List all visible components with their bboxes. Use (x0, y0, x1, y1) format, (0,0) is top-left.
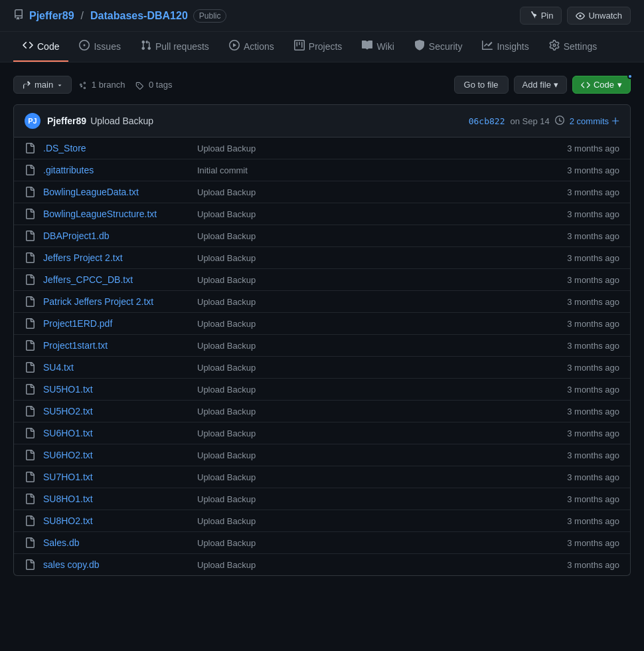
pin-label: Pin (541, 11, 554, 21)
file-name[interactable]: SU5HO1.txt (43, 384, 189, 395)
file-commit-message: Upload Backup (197, 560, 538, 570)
notification-dot (627, 74, 633, 79)
unwatch-label: Unwatch (588, 11, 622, 21)
commit-author[interactable]: Pjeffer89 (47, 116, 86, 126)
tab-insights[interactable]: Insights (473, 32, 538, 62)
branch-right: Go to file Add file ▾ Code ▾ (454, 76, 631, 94)
tab-pull-requests[interactable]: Pull requests (131, 32, 218, 62)
file-time: 3 months ago (546, 253, 619, 263)
file-time: 3 months ago (546, 341, 619, 351)
insights-icon (482, 40, 493, 52)
branches-count: 1 branch (92, 80, 125, 90)
file-name[interactable]: BowlingLeagueStructure.txt (43, 209, 189, 219)
settings-icon (549, 40, 560, 52)
tags-count: 0 tags (149, 80, 172, 90)
file-commit-message: Upload Backup (197, 253, 538, 263)
commits-link[interactable]: 2 commits (570, 116, 619, 126)
file-name[interactable]: BowlingLeagueData.txt (43, 187, 189, 197)
file-name[interactable]: SU6HO1.txt (43, 428, 189, 438)
top-actions: Pin Unwatch (520, 7, 631, 25)
file-time: 3 months ago (546, 297, 619, 307)
unwatch-button[interactable]: Unwatch (567, 7, 631, 25)
file-commit-message: Upload Backup (197, 450, 538, 460)
code-icon (23, 40, 33, 52)
file-name[interactable]: SU6HO2.txt (43, 450, 189, 460)
tab-pull-requests-label: Pull requests (155, 41, 209, 52)
table-row: SU5HO2.txt Upload Backup 3 months ago (14, 400, 630, 422)
file-commit-message: Upload Backup (197, 363, 538, 373)
branches-link[interactable]: 1 branch (78, 80, 125, 90)
table-row: SU5HO1.txt Upload Backup 3 months ago (14, 378, 630, 400)
table-row: DBAProject1.db Upload Backup 3 months ag… (14, 225, 630, 246)
table-row: Jeffers Project 2.txt Upload Backup 3 mo… (14, 246, 630, 268)
file-time: 3 months ago (546, 363, 619, 373)
branch-bar: main 1 branch 0 tags Go to file Add file (13, 76, 631, 94)
file-name[interactable]: DBAProject1.db (43, 231, 189, 241)
go-to-file-button[interactable]: Go to file (454, 76, 509, 94)
file-name[interactable]: SU8HO2.txt (43, 515, 189, 526)
repo-name[interactable]: Databases-DBA120 (90, 10, 188, 22)
commit-info: Pjeffer89 Upload Backup (47, 116, 462, 126)
file-name[interactable]: Project1start.txt (43, 340, 189, 351)
actions-icon (229, 40, 240, 52)
add-file-chevron-icon: ▾ (554, 80, 558, 90)
file-name[interactable]: sales copy.db (43, 559, 189, 570)
repo-icon (13, 9, 24, 23)
code-button[interactable]: Code ▾ (572, 76, 631, 94)
file-name[interactable]: SU7HO1.txt (43, 472, 189, 482)
tab-security[interactable]: Security (405, 32, 472, 62)
branch-links: 1 branch 0 tags (78, 80, 172, 90)
file-time: 3 months ago (546, 143, 619, 153)
file-commit-message: Upload Backup (197, 472, 538, 482)
file-name[interactable]: Patrick Jeffers Project 2.txt (43, 296, 189, 307)
file-icon (25, 318, 35, 329)
add-file-button[interactable]: Add file ▾ (514, 76, 567, 94)
file-name[interactable]: Project1ERD.pdf (43, 318, 189, 329)
repo-owner[interactable]: Pjeffer89 (29, 10, 74, 22)
pin-button[interactable]: Pin (520, 7, 562, 25)
file-name[interactable]: Jeffers_CPCC_DB.txt (43, 274, 189, 285)
file-name[interactable]: Sales.db (43, 537, 189, 548)
file-name[interactable]: SU8HO1.txt (43, 494, 189, 504)
file-time: 3 months ago (546, 231, 619, 241)
file-icon (25, 209, 35, 219)
file-icon (25, 537, 35, 548)
tab-wiki[interactable]: Wiki (353, 32, 403, 62)
top-bar: Pjeffer89 / Databases-DBA120 Public Pin … (0, 0, 644, 32)
file-name[interactable]: Jeffers Project 2.txt (43, 252, 189, 263)
tab-code[interactable]: Code (13, 32, 68, 62)
file-name[interactable]: SU5HO2.txt (43, 406, 189, 417)
tab-settings-label: Settings (564, 41, 598, 52)
tab-actions[interactable]: Actions (220, 32, 283, 62)
tab-actions-label: Actions (244, 41, 274, 52)
file-icon (25, 428, 35, 438)
file-name[interactable]: .gitattributes (43, 165, 189, 175)
repo-title: Pjeffer89 / Databases-DBA120 Public (13, 9, 226, 23)
file-commit-message: Upload Backup (197, 231, 538, 241)
tab-issues-label: Issues (94, 41, 120, 52)
file-commit-message: Upload Backup (197, 494, 538, 504)
tab-security-label: Security (429, 41, 463, 52)
commit-hash[interactable]: 06cb822 (469, 116, 505, 126)
file-name[interactable]: .DS_Store (43, 143, 189, 153)
file-icon (25, 231, 35, 241)
file-commit-message: Upload Backup (197, 297, 538, 307)
file-time: 3 months ago (546, 319, 619, 329)
commits-count: 2 commits (570, 116, 609, 126)
branch-selector[interactable]: main (13, 76, 72, 94)
table-row: SU6HO1.txt Upload Backup 3 months ago (14, 422, 630, 444)
file-name[interactable]: SU4.txt (43, 362, 189, 373)
file-icon (25, 384, 35, 395)
tab-projects-label: Projects (309, 41, 343, 52)
tab-projects[interactable]: Projects (285, 32, 352, 62)
commit-box: PJ Pjeffer89 Upload Backup 06cb822 on Se… (13, 104, 631, 138)
tags-link[interactable]: 0 tags (135, 80, 172, 90)
table-row: SU6HO2.txt Upload Backup 3 months ago (14, 444, 630, 466)
file-commit-message: Initial commit (197, 165, 538, 175)
tab-issues[interactable]: Issues (70, 32, 129, 62)
file-time: 3 months ago (546, 165, 619, 175)
tab-settings[interactable]: Settings (540, 32, 607, 62)
repo-separator: / (81, 10, 84, 22)
table-row: Jeffers_CPCC_DB.txt Upload Backup 3 mont… (14, 268, 630, 290)
file-icon (25, 143, 35, 153)
